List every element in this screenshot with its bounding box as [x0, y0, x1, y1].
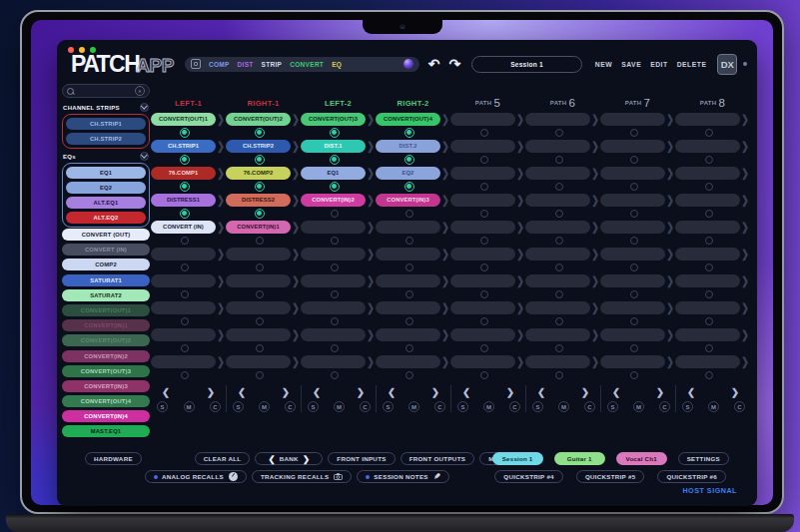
slot-enable-led-off[interactable]	[480, 129, 488, 137]
patch-slot-empty[interactable]	[226, 355, 291, 368]
mute-button[interactable]: M	[184, 401, 195, 412]
slot-enable-led-off[interactable]	[181, 371, 189, 379]
mute-button[interactable]: M	[558, 401, 569, 412]
slot-enable-led-off[interactable]	[705, 237, 713, 245]
slot-enable-led-off[interactable]	[555, 156, 563, 164]
patch-slot-empty[interactable]	[151, 355, 216, 368]
slot-enable-led-off[interactable]	[630, 210, 638, 218]
slot-enable-led-off[interactable]	[555, 129, 563, 137]
patch-slot-76-comp2[interactable]: 76.COMP2	[226, 167, 291, 180]
patch-slot-dist-2[interactable]: DIST.2	[376, 140, 440, 153]
quickstrip-4-button[interactable]: QUICKSTRIP #4	[494, 470, 563, 483]
patch-slot-empty[interactable]	[450, 194, 515, 207]
patch-slot-empty[interactable]	[675, 248, 740, 261]
next-arrow-icon[interactable]: ❯	[656, 387, 664, 397]
bank-next-icon[interactable]: ❯	[303, 454, 310, 464]
slot-enable-led-off[interactable]	[331, 210, 339, 218]
patch-slot-empty[interactable]	[450, 274, 515, 287]
patch-slot-empty[interactable]	[525, 194, 590, 207]
patch-slot-empty[interactable]	[600, 221, 665, 234]
patch-slot-empty[interactable]	[301, 221, 366, 234]
sidebar-item-convert-in[interactable]: CONVERT (IN)	[62, 244, 150, 256]
slot-enable-led-on[interactable]	[404, 128, 414, 138]
patch-slot-convert-in-3[interactable]: CONVERT(IN)3	[376, 194, 440, 207]
prev-arrow-icon[interactable]: ❮	[313, 387, 321, 397]
patch-slot-empty[interactable]	[600, 274, 665, 287]
patch-slot-convert-out-4[interactable]: CONVERT(OUT)4	[376, 113, 440, 126]
slot-enable-led-off[interactable]	[705, 183, 713, 191]
settings-button[interactable]: SETTINGS	[678, 452, 729, 465]
patch-slot-empty[interactable]	[226, 248, 291, 261]
patch-slot-ch-strip1[interactable]: CH.STRIP1	[151, 140, 216, 153]
slot-enable-led-off[interactable]	[705, 290, 713, 298]
patch-slot-empty[interactable]	[675, 328, 740, 341]
slot-enable-led-off[interactable]	[331, 317, 339, 325]
sidebar-item-ch-strip2[interactable]: CH.STRIP2	[66, 133, 146, 145]
solo-button[interactable]: S	[383, 401, 394, 412]
slot-enable-led-off[interactable]	[705, 129, 713, 137]
sidebar-item-convert-out-2[interactable]: CONVERT(OUT)2	[62, 334, 150, 346]
slot-enable-led-off[interactable]	[480, 210, 488, 218]
slot-enable-led-off[interactable]	[181, 344, 189, 352]
redo-icon[interactable]: ↷	[448, 57, 460, 71]
prev-arrow-icon[interactable]: ❮	[612, 387, 620, 397]
slot-enable-led-off[interactable]	[705, 210, 713, 218]
slot-enable-led-off[interactable]	[555, 237, 563, 245]
patch-slot-empty[interactable]	[376, 328, 440, 341]
patch-slot-empty[interactable]	[301, 301, 366, 314]
patch-slot-empty[interactable]	[525, 355, 590, 368]
sidebar-item-convert-in-4[interactable]: CONVERT(IN)4	[62, 410, 150, 422]
slot-enable-led-off[interactable]	[181, 317, 189, 325]
patch-slot-empty[interactable]	[376, 301, 440, 314]
patch-slot-empty[interactable]	[675, 355, 740, 368]
slot-enable-led-off[interactable]	[555, 344, 563, 352]
patch-slot-empty[interactable]	[525, 301, 590, 314]
slot-enable-led-on[interactable]	[180, 182, 190, 192]
patch-slot-empty[interactable]	[151, 248, 216, 261]
slot-enable-led-on[interactable]	[255, 182, 265, 192]
vocal-ch1-button[interactable]: Vocal Ch1	[616, 452, 667, 465]
patch-slot-empty[interactable]	[450, 328, 515, 341]
slot-enable-led-on[interactable]	[255, 155, 265, 165]
slot-enable-led-off[interactable]	[555, 183, 563, 191]
filter-tab-strip[interactable]: STRIP	[262, 61, 283, 68]
tracking-recalls-button[interactable]: TRACKING RECALLS	[252, 470, 352, 483]
slot-enable-led-on[interactable]	[180, 128, 190, 138]
next-arrow-icon[interactable]: ❯	[506, 387, 514, 397]
slot-enable-led-off[interactable]	[405, 237, 413, 245]
sidebar-item-convert-in-2[interactable]: CONVERT(IN)2	[62, 350, 150, 362]
slot-enable-led-on[interactable]	[330, 128, 340, 138]
analog-recalls-button[interactable]: ANALOG RECALLS	[145, 470, 247, 483]
sidebar-item-eq2[interactable]: EQ2	[66, 182, 146, 194]
patch-slot-empty[interactable]	[525, 167, 590, 180]
bank-button[interactable]: ❮BANK❯	[255, 452, 323, 465]
chevron-down-icon[interactable]	[140, 103, 149, 112]
patch-slot-empty[interactable]	[600, 167, 665, 180]
slot-enable-led-off[interactable]	[630, 129, 638, 137]
patch-slot-empty[interactable]	[600, 328, 665, 341]
slot-enable-led-off[interactable]	[405, 290, 413, 298]
front-inputs-button[interactable]: FRONT INPUTS	[328, 452, 395, 465]
matrix-filter-icon[interactable]	[191, 59, 201, 69]
sidebar-item-saturat2[interactable]: SATURAT2	[62, 289, 150, 301]
patch-slot-empty[interactable]	[376, 248, 440, 261]
sidebar-item-convert-out-1[interactable]: CONVERT(OUT)1	[62, 304, 150, 316]
next-arrow-icon[interactable]: ❯	[207, 387, 215, 397]
next-arrow-icon[interactable]: ❯	[581, 387, 589, 397]
slot-enable-led-off[interactable]	[331, 264, 339, 271]
patch-slot-empty[interactable]	[675, 274, 740, 287]
patch-slot-empty[interactable]	[450, 355, 515, 368]
clear-button[interactable]: C	[584, 401, 595, 412]
prev-arrow-icon[interactable]: ❮	[238, 387, 246, 397]
patch-slot-empty[interactable]	[376, 355, 440, 368]
slot-enable-led-off[interactable]	[705, 317, 713, 325]
slot-enable-led-off[interactable]	[705, 156, 713, 164]
sidebar-item-convert-in-1[interactable]: CONVERT(IN)1	[62, 319, 150, 331]
patch-slot-empty[interactable]	[376, 274, 440, 287]
patch-slot-distress2[interactable]: DISTRESS2	[226, 194, 291, 207]
sidebar-item-alt-eq2[interactable]: ALT.EQ2	[66, 212, 146, 224]
patch-slot-empty[interactable]	[450, 221, 515, 234]
patch-slot-empty[interactable]	[301, 328, 366, 341]
patch-slot-empty[interactable]	[600, 248, 665, 261]
clear-button[interactable]: C	[734, 401, 745, 412]
